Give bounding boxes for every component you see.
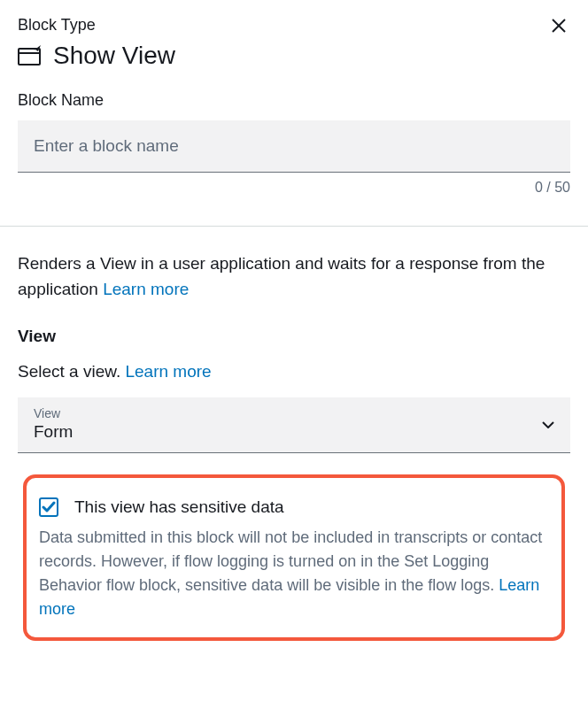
sensitive-checkbox[interactable]	[39, 497, 58, 517]
sensitive-data-highlight: This view has sensitive data Data submit…	[23, 474, 565, 641]
char-count: 0 / 50	[18, 180, 570, 196]
panel-header: Block Type Show View	[0, 0, 588, 70]
close-icon	[551, 18, 567, 34]
block-name-section: Block Name 0 / 50	[0, 91, 588, 213]
check-icon	[42, 501, 56, 513]
block-name-label: Block Name	[18, 91, 570, 110]
block-description: Renders a View in a user application and…	[18, 251, 570, 302]
panel-title: Show View	[53, 42, 175, 70]
close-button[interactable]	[547, 12, 570, 41]
svg-rect-2	[19, 49, 40, 65]
view-heading: View	[18, 327, 570, 346]
block-name-input-wrapper	[18, 120, 570, 173]
sensitive-checkbox-label: This view has sensitive data	[74, 497, 284, 517]
sensitive-info-text: Data submitted in this block will not be…	[39, 528, 542, 594]
view-subtext-text: Select a view.	[18, 362, 125, 381]
view-select[interactable]: View Form	[18, 397, 570, 453]
chevron-down-icon	[542, 421, 554, 428]
view-select-label: View	[34, 406, 554, 420]
sensitive-checkbox-row: This view has sensitive data	[39, 497, 549, 517]
title-row: Show View	[18, 42, 570, 70]
view-subtext: Select a view. Learn more	[18, 362, 570, 381]
body-section: Renders a View in a user application and…	[0, 227, 588, 666]
view-learn-more-link[interactable]: Learn more	[125, 362, 211, 381]
view-select-value: Form	[34, 422, 554, 442]
show-view-icon	[18, 45, 43, 66]
block-config-panel: Block Type Show View Block Name 0 / 50 R…	[0, 0, 588, 666]
description-text: Renders a View in a user application and…	[18, 254, 545, 298]
sensitive-info: Data submitted in this block will not be…	[39, 526, 549, 621]
block-type-label: Block Type	[18, 16, 570, 35]
description-learn-more-link[interactable]: Learn more	[103, 280, 189, 298]
block-name-input[interactable]	[34, 136, 554, 156]
